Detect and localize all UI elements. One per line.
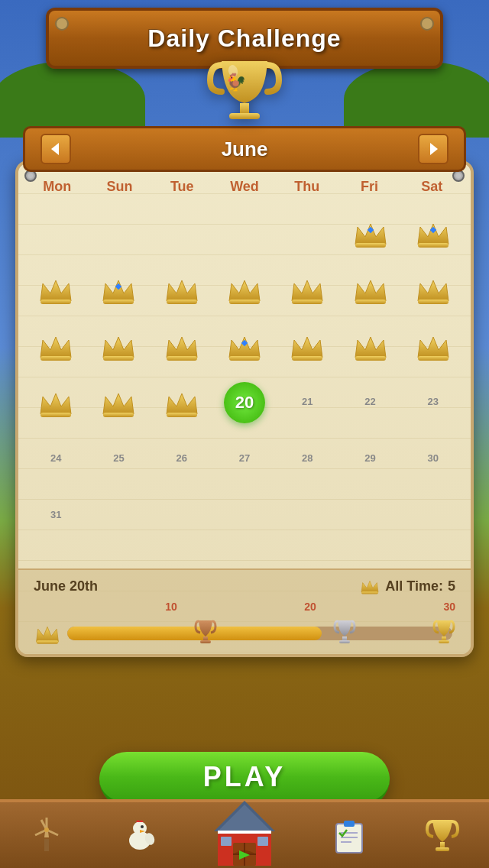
cal-cell-10[interactable] bbox=[26, 319, 86, 373]
day-number: 30 bbox=[428, 452, 439, 464]
cal-cell-31[interactable]: 31 bbox=[26, 489, 86, 542]
cal-cell-13[interactable] bbox=[215, 319, 274, 373]
svg-rect-49 bbox=[361, 591, 378, 594]
svg-rect-47 bbox=[167, 413, 197, 417]
calendar-grid: 20 21 22 23 24 25 26 27 28 29 bbox=[18, 202, 471, 546]
cal-cell-16[interactable] bbox=[403, 319, 463, 373]
info-section: June 20th All Time: 5 10 20 30 bbox=[18, 568, 471, 654]
day-number: 23 bbox=[428, 396, 439, 407]
cal-cell-29[interactable]: 29 bbox=[340, 432, 400, 486]
cal-cell-12[interactable] bbox=[152, 319, 212, 373]
svg-rect-86 bbox=[440, 842, 445, 848]
svg-rect-30 bbox=[103, 356, 134, 361]
crown-icon bbox=[37, 274, 75, 305]
next-month-button[interactable] bbox=[418, 134, 449, 164]
cal-cell-empty bbox=[340, 489, 400, 542]
crown-icon bbox=[351, 274, 390, 305]
cal-cell-17[interactable] bbox=[26, 376, 86, 429]
svg-marker-23 bbox=[355, 280, 386, 301]
crown-icon bbox=[37, 331, 75, 361]
crown-icon bbox=[99, 387, 138, 418]
cal-cell-11[interactable] bbox=[89, 319, 148, 373]
trophy-container: 🐓 bbox=[199, 42, 290, 134]
svg-rect-10 bbox=[418, 243, 449, 248]
svg-marker-38 bbox=[355, 337, 386, 358]
cal-cell-18[interactable] bbox=[89, 376, 148, 429]
svg-rect-82 bbox=[344, 821, 355, 827]
day-header-sun: Sun bbox=[89, 175, 151, 199]
svg-rect-80 bbox=[218, 831, 271, 834]
cal-cell-4[interactable] bbox=[89, 263, 148, 316]
cal-cell-7[interactable] bbox=[277, 263, 337, 316]
cal-cell-24[interactable]: 24 bbox=[26, 432, 86, 486]
barn-icon bbox=[210, 797, 279, 868]
progress-crown-icon bbox=[34, 622, 61, 645]
svg-marker-31 bbox=[167, 337, 197, 358]
svg-rect-28 bbox=[40, 356, 71, 361]
nav-item-chicken[interactable] bbox=[102, 805, 178, 866]
crown-icon bbox=[288, 331, 326, 361]
cal-cell-27[interactable]: 27 bbox=[215, 432, 274, 486]
crown-icon bbox=[225, 331, 264, 361]
nav-item-barn-center[interactable] bbox=[195, 801, 294, 868]
cal-cell-22[interactable]: 22 bbox=[340, 376, 400, 429]
cal-cell-15[interactable] bbox=[340, 319, 400, 373]
cal-cell-19[interactable] bbox=[152, 376, 212, 429]
cal-cell-2[interactable] bbox=[403, 206, 463, 260]
crown-icon bbox=[414, 218, 452, 248]
svg-rect-18 bbox=[167, 300, 197, 304]
cal-cell-empty bbox=[89, 206, 148, 260]
play-label: PLAY bbox=[203, 761, 287, 793]
silver-trophy-milestone bbox=[333, 619, 356, 646]
cal-cell-6[interactable] bbox=[215, 263, 274, 316]
svg-point-64 bbox=[44, 828, 49, 832]
milestone-10-label: 10 bbox=[165, 601, 177, 613]
cal-cell-9[interactable] bbox=[403, 263, 463, 316]
month-label: June bbox=[222, 138, 268, 161]
svg-rect-55 bbox=[339, 640, 350, 643]
cal-cell-20-today[interactable]: 20 bbox=[215, 376, 274, 429]
all-time-label: All Time: bbox=[385, 578, 443, 594]
svg-marker-12 bbox=[40, 280, 71, 301]
cal-cell-3[interactable] bbox=[26, 263, 86, 316]
svg-rect-22 bbox=[292, 300, 322, 304]
prev-month-button[interactable] bbox=[40, 134, 71, 164]
crown-icon bbox=[163, 387, 201, 418]
nav-item-quest[interactable] bbox=[311, 805, 387, 866]
crown-small-icon bbox=[359, 578, 381, 594]
cal-cell-25[interactable]: 25 bbox=[89, 432, 148, 486]
cal-cell-1[interactable] bbox=[340, 206, 400, 260]
cal-cell-26[interactable]: 26 bbox=[152, 432, 212, 486]
crown-icon bbox=[351, 331, 390, 361]
cal-cell-14[interactable] bbox=[277, 319, 337, 373]
cal-cell-8[interactable] bbox=[340, 263, 400, 316]
svg-marker-27 bbox=[40, 337, 71, 358]
svg-rect-1 bbox=[229, 113, 260, 119]
crown-icon bbox=[288, 274, 326, 305]
today-indicator: 20 bbox=[224, 382, 265, 423]
milestone-20-label: 20 bbox=[304, 601, 316, 613]
svg-rect-32 bbox=[167, 356, 197, 361]
chicken-icon bbox=[121, 816, 159, 854]
nav-item-trophies[interactable] bbox=[404, 805, 481, 866]
svg-marker-17 bbox=[167, 280, 197, 301]
svg-rect-13 bbox=[40, 300, 71, 304]
crown-icon bbox=[163, 274, 201, 305]
all-time-score: All Time: 5 bbox=[359, 578, 455, 594]
nav-item-farm[interactable] bbox=[8, 805, 85, 866]
calendar-panel: Mon Sun Tue Wed Thu Fri Sat bbox=[15, 160, 474, 657]
cal-cell-30[interactable]: 30 bbox=[403, 432, 463, 486]
milestone-numbers: 10 20 30 bbox=[34, 601, 455, 616]
svg-rect-20 bbox=[229, 300, 260, 304]
cal-cell-28[interactable]: 28 bbox=[277, 432, 337, 486]
cal-cell-23[interactable]: 23 bbox=[403, 376, 463, 429]
day-number: 26 bbox=[176, 452, 186, 464]
trophy-icon: 🐓 bbox=[206, 50, 283, 126]
cal-cell-5[interactable] bbox=[152, 263, 212, 316]
day-number: 27 bbox=[239, 452, 250, 464]
svg-marker-29 bbox=[103, 337, 134, 358]
cal-cell-21[interactable]: 21 bbox=[277, 376, 337, 429]
crown-icon bbox=[225, 274, 264, 305]
all-time-value: 5 bbox=[448, 578, 455, 594]
svg-rect-45 bbox=[103, 413, 134, 417]
